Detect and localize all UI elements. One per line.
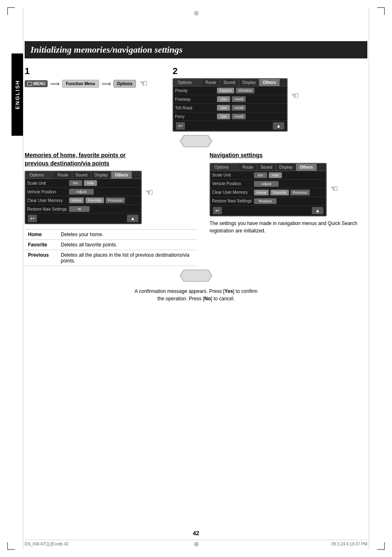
right-back-btn[interactable]: ↩ — [213, 207, 222, 214]
right-description: The settings you have made in navigation… — [210, 220, 367, 234]
hand-cursor4-icon: ☞ — [330, 183, 338, 194]
menu-label: MENU — [33, 81, 45, 86]
down-arrow1 — [25, 135, 367, 147]
main-content: 1 MENU ⟹ Function Menu ⟹ Options ☞ 2 Op — [25, 61, 367, 302]
right-tab-sound: Sound — [257, 164, 276, 171]
right-tab-others: Others — [296, 164, 316, 171]
corner-mark-bl — [7, 542, 15, 550]
left-nav-bottom: ↩ ▲ — [25, 214, 141, 223]
left-fwd-btn[interactable]: ▲ — [127, 215, 138, 222]
corner-mark-tr — [377, 7, 385, 15]
svg-marker-3 — [181, 270, 211, 281]
table-val-home: Deletes your home. — [58, 230, 197, 240]
left-margin-line — [23, 7, 23, 550]
step2-fwd-btn[interactable]: ▲ — [273, 122, 284, 130]
right-tab-options: Options — [210, 164, 239, 171]
two-col-section: Memories of home, favorite points or pre… — [25, 151, 367, 266]
no-label: No — [204, 296, 211, 302]
svg-marker-1 — [181, 136, 211, 146]
menu-button[interactable]: MENU — [25, 80, 48, 87]
step2-tabs: Options Route Sound Display Others — [173, 79, 287, 86]
confirmation-text: A confirmation message appears. Press [Y… — [25, 288, 367, 302]
right-tab-route: Route — [239, 164, 257, 171]
table-val-favorite: Deletes all favorite points. — [58, 240, 197, 250]
cross-top: ⊕ — [194, 9, 199, 17]
right-nav-bottom: ↩ ▲ — [210, 206, 326, 216]
left-row-clearuser: Clear User Memory Home Favorite Previous — [25, 196, 141, 205]
page-number: 42 — [193, 530, 199, 536]
right-row-vehiclepos: Vehicle Position Adjust — [210, 180, 326, 188]
table-key-home: Home — [25, 230, 58, 240]
down-arrow2 — [25, 269, 367, 282]
table-key-previous: Previous — [25, 250, 58, 266]
table-row-previous: Previous Deletes all the places in the l… — [25, 250, 197, 266]
arrow2: ⟹ — [101, 80, 111, 88]
left-tab-options: Options — [25, 172, 54, 179]
step2-number: 2 — [173, 66, 367, 77]
step2-area: 2 Options Route Sound Display Others Pri… — [173, 66, 367, 132]
hand-cursor-icon: ☞ — [139, 78, 148, 89]
right-row-clearuser: Clear User Memory Home Favorite Previous — [210, 188, 326, 197]
step2-row-priority: Priority Fastest Shortest — [173, 86, 287, 95]
step2-back-btn[interactable]: ↩ — [176, 122, 185, 130]
right-column: Navigation settings Options Route Sound … — [210, 151, 367, 266]
right-tabs: Options Route Sound Display Others — [210, 164, 326, 171]
table-row-favorite: Favorite Deletes all favorite points. — [25, 240, 197, 250]
step2-nav-bottom: ↩ ▲ — [173, 121, 287, 131]
step2-tab-route: Route — [202, 79, 220, 86]
options-button[interactable]: Options — [113, 80, 136, 88]
left-tab-others: Others — [111, 172, 131, 179]
left-tab-sound: Sound — [72, 172, 91, 179]
left-nav-screen: Options Route Sound Display Others Scale… — [25, 171, 142, 224]
footer-right: 09.3.24 6:19:37 PM — [332, 542, 367, 546]
right-tab-display: Display — [276, 164, 297, 171]
arrow1: ⟹ — [50, 80, 60, 88]
confirmation-section: A confirmation message appears. Press [Y… — [25, 288, 367, 302]
right-nav-screen: Options Route Sound Display Others Scale… — [210, 163, 327, 216]
right-row-scaleunit: Scale Unit km mile — [210, 171, 326, 180]
step2-nav-screen: Options Route Sound Display Others Prior… — [173, 78, 288, 132]
right-fwd-btn[interactable]: ▲ — [312, 207, 323, 214]
function-menu-button[interactable]: Function Menu — [62, 80, 99, 88]
page-title: Initializing memories/navigation setting… — [30, 44, 362, 55]
step2-row-tollroad: Toll Road Use Avoid — [173, 104, 287, 112]
step2-row-ferry: Ferry Use Avoid — [173, 112, 287, 121]
info-table: Home Deletes your home. Favorite Deletes… — [25, 229, 197, 266]
table-val-previous: Deletes all the places in the list of pr… — [58, 250, 197, 266]
step2-tab-others: Others — [259, 79, 279, 86]
left-row-scaleunit: Scale Unit km mile — [25, 179, 141, 188]
left-column: Memories of home, favorite points or pre… — [25, 151, 197, 266]
step2-row-freeway: Freeway Use Avoid — [173, 95, 287, 104]
right-margin-line — [369, 7, 369, 550]
left-tab-display: Display — [91, 172, 112, 179]
step1-content: MENU ⟹ Function Menu ⟹ Options ☞ — [25, 78, 164, 89]
left-back-btn[interactable]: ↩ — [28, 215, 37, 222]
step2-tab-options: Options — [173, 79, 202, 86]
table-key-favorite: Favorite — [25, 240, 58, 250]
right-row-restorenavi: Restore Navi Settings Restore — [210, 197, 326, 206]
corner-mark-tl — [7, 7, 15, 15]
corner-mark-br — [377, 542, 385, 550]
yes-label: Yes — [224, 288, 233, 294]
left-row-vehiclepos: Vehicle Position Adjust — [25, 188, 141, 196]
step1-number: 1 — [25, 66, 164, 77]
right-section-heading: Navigation settings — [210, 151, 367, 160]
sidebar-english: ENGLISH — [12, 53, 23, 136]
footer-left: EN_KW-NT1[J]f.indb 42 — [25, 542, 69, 546]
tv-icon — [27, 82, 32, 86]
title-bar: Initializing memories/navigation setting… — [25, 41, 367, 58]
left-tab-route: Route — [54, 172, 72, 179]
left-row-restorenavi: Restore Navi Settings re — [25, 205, 141, 214]
step2-tab-display: Display — [239, 79, 260, 86]
step2-tab-sound: Sound — [220, 79, 239, 86]
hand-cursor2-icon: ☞ — [291, 91, 299, 101]
hand-cursor3-icon: ☞ — [145, 187, 153, 198]
left-tabs: Options Route Sound Display Others — [25, 172, 141, 179]
step-row: 1 MENU ⟹ Function Menu ⟹ Options ☞ 2 Op — [25, 66, 367, 132]
step1-area: 1 MENU ⟹ Function Menu ⟹ Options ☞ — [25, 66, 164, 89]
table-row-home: Home Deletes your home. — [25, 230, 197, 240]
footer: EN_KW-NT1[J]f.indb 42 09.3.24 6:19:37 PM — [25, 540, 367, 546]
left-section-heading: Memories of home, favorite points or pre… — [25, 151, 197, 167]
